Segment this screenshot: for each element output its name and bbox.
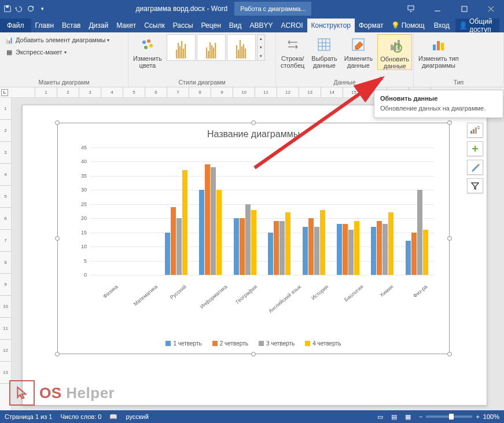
svg-rect-4 [462, 6, 467, 12]
web-layout-icon[interactable]: ▦ [405, 413, 411, 421]
tab-review[interactable]: Рецен [197, 19, 225, 32]
svg-rect-26 [475, 127, 477, 134]
resize-handle[interactable] [55, 120, 60, 125]
status-language[interactable]: русский [126, 413, 148, 420]
svg-rect-23 [441, 43, 444, 50]
svg-rect-0 [6, 6, 8, 8]
svg-rect-21 [433, 45, 436, 50]
chart-styles-button[interactable]: + [467, 141, 483, 156]
chart-filters-button[interactable] [467, 160, 483, 175]
chart-title[interactable]: Название диаграммы [58, 123, 449, 142]
chart-style-1[interactable] [167, 34, 196, 61]
chart-style-3[interactable] [227, 34, 256, 61]
document-page: Название диаграммы 051015202530354045 Фи… [22, 105, 487, 406]
svg-point-7 [142, 41, 146, 44]
print-layout-icon[interactable]: ▤ [391, 413, 397, 421]
tab-design[interactable]: Дизай [84, 19, 112, 32]
tab-format[interactable]: Формат [355, 19, 388, 32]
tab-references[interactable]: Ссылк [140, 19, 169, 32]
layout-icon: ▦ [5, 47, 14, 57]
edit-data-button[interactable]: Изменить данные [342, 34, 376, 69]
add-chart-element-button[interactable]: 📊Добавить элемент диаграммы▾ [2, 34, 112, 46]
maximize-button[interactable] [451, 0, 477, 17]
tooltip: Обновить данные Обновление данных на диа… [374, 90, 503, 118]
window-title: диаграмма ворд.docx - Word [136, 5, 228, 13]
svg-rect-22 [437, 41, 440, 50]
save-icon[interactable] [3, 5, 12, 13]
switch-row-column-button[interactable]: Строка/ столбец [278, 34, 307, 69]
resize-handle[interactable] [447, 120, 452, 125]
person-icon: 👤 [459, 21, 468, 30]
zoom-slider[interactable] [426, 415, 472, 418]
bulb-icon: 💡 [391, 21, 400, 30]
svg-rect-11 [318, 39, 330, 50]
status-page[interactable]: Страница 1 из 1 [5, 413, 52, 420]
svg-point-8 [147, 39, 150, 43]
group-chart-styles: Стили диаграмм [131, 78, 273, 86]
refresh-data-button[interactable]: Обновить данные [377, 34, 412, 70]
tab-insert[interactable]: Встав [58, 19, 84, 32]
svg-rect-25 [473, 129, 474, 134]
tab-mailings[interactable]: Рассы [169, 19, 197, 32]
chart-object[interactable]: Название диаграммы 051015202530354045 Фи… [57, 123, 450, 354]
qat-more-icon[interactable]: ▾ [38, 5, 46, 13]
tooltip-title: Обновить данные [380, 95, 497, 102]
svg-point-9 [149, 44, 153, 47]
spellcheck-icon[interactable]: 📖 [109, 413, 117, 421]
chart-type-icon [429, 35, 448, 54]
resize-handle[interactable] [55, 352, 60, 356]
svg-rect-17 [391, 45, 393, 50]
zoom-level[interactable]: 100% [483, 413, 499, 420]
resize-handle[interactable] [447, 236, 452, 241]
group-chart-layouts: Макеты диаграмм [2, 78, 126, 86]
resize-handle[interactable] [447, 352, 452, 356]
group-type: Тип [416, 78, 501, 86]
tab-acrobat[interactable]: ACROI [277, 19, 307, 32]
close-button[interactable] [477, 0, 504, 17]
switch-icon [284, 35, 302, 54]
chart-tools-context: Работа с диаграмма... [234, 2, 311, 16]
edit-icon [349, 35, 367, 54]
share-button[interactable]: 👤Общий доступ [455, 19, 499, 32]
resize-handle[interactable] [55, 236, 60, 241]
refresh-icon [385, 36, 404, 54]
chart-elements-button[interactable] [467, 123, 483, 138]
tab-file[interactable]: Файл [0, 19, 31, 32]
undo-icon[interactable] [15, 5, 23, 13]
palette-icon [138, 35, 157, 54]
tooltip-description: Обновление данных на диаграмме. [380, 104, 497, 113]
tab-selector[interactable]: L [1, 89, 8, 96]
tab-view[interactable]: Вид [225, 19, 246, 32]
quick-layout-button[interactable]: ▦Экспресс-макет▾ [2, 46, 112, 58]
tab-abbyy[interactable]: ABBYY [246, 19, 277, 32]
svg-point-10 [144, 46, 148, 49]
tell-me[interactable]: 💡Помощ [388, 19, 428, 32]
select-data-button[interactable]: Выбрать данные [309, 34, 339, 69]
svg-rect-24 [470, 131, 472, 134]
change-colors-button[interactable]: Изменить цвета [131, 34, 164, 69]
grid-icon [315, 35, 333, 54]
read-mode-icon[interactable]: ▭ [377, 413, 383, 421]
ribbon-options-icon[interactable] [398, 0, 424, 17]
tab-constructor[interactable]: Конструктор [307, 19, 355, 32]
chart-filter-button[interactable] [467, 178, 483, 193]
tab-home[interactable]: Главн [31, 19, 58, 32]
chart-element-icon: 📊 [5, 35, 14, 45]
watermark: OS Helper [9, 380, 115, 406]
chart-style-2[interactable] [197, 34, 226, 61]
svg-rect-2 [408, 6, 414, 10]
resize-handle[interactable] [251, 120, 256, 125]
change-chart-type-button[interactable]: Изменить тип диаграммы [416, 34, 461, 69]
minimize-button[interactable] [424, 0, 451, 17]
resize-handle[interactable] [251, 352, 256, 356]
repeat-icon[interactable] [27, 5, 35, 13]
styles-gallery-more[interactable]: ▴▾▾ [257, 34, 265, 61]
sign-in[interactable]: Вход [431, 19, 453, 32]
tab-layout[interactable]: Макет [112, 19, 140, 32]
cursor-icon [9, 380, 35, 406]
status-word-count[interactable]: Число слов: 0 [60, 413, 101, 420]
zoom-out-button[interactable]: − [419, 413, 422, 420]
zoom-in-button[interactable]: + [476, 413, 479, 420]
group-data: Данные [278, 78, 411, 86]
